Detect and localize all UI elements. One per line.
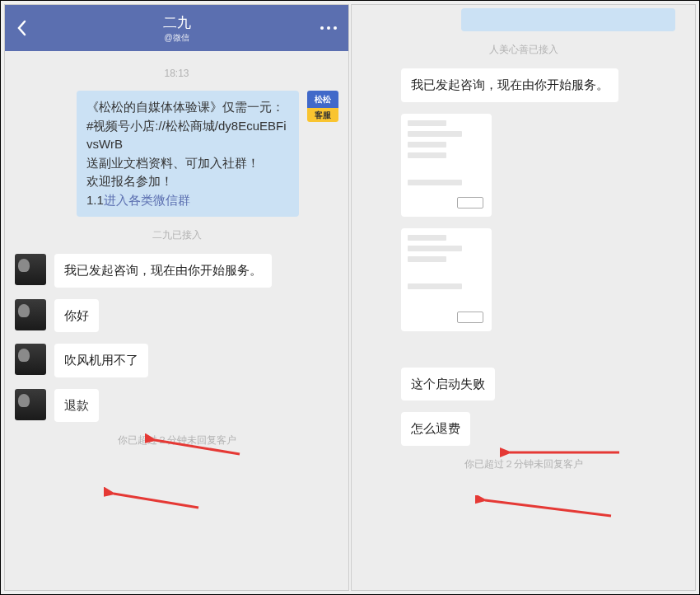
badge-top: 松松: [307, 91, 338, 108]
service-message-row: 松松 客服 《松松的自媒体体验课》仅需一元： #视频号小店://松松商城/dy8…: [15, 91, 338, 217]
header-title-wrap: 二九 @微信: [163, 13, 191, 44]
message-bubble[interactable]: 我已发起咨询，现在由你开始服务。: [401, 68, 618, 102]
phone-right: 人美心善已接入 我已发起咨询，现在由你开始服务。 这个启动失败: [351, 4, 696, 591]
chat-header: 二九 @微信: [5, 5, 348, 51]
badge-bottom: 客服: [307, 108, 338, 122]
timeout-warning: 你已超过２分钟未回复客户: [15, 433, 338, 447]
service-link-prefix: 1.1: [86, 193, 104, 207]
chat-title: 二九: [163, 13, 191, 32]
service-link[interactable]: 进入各类微信群: [104, 193, 190, 207]
message-row: 我已发起咨询，现在由你开始服务。: [15, 254, 338, 288]
message-row: 退款: [15, 389, 338, 423]
message-bubble[interactable]: 吹风机用不了: [54, 344, 148, 377]
service-line3: 送副业文档资料、可加入社群！: [86, 156, 259, 170]
service-line2: #视频号小店://松松商城/dy8EcuEBFivsWrB: [86, 119, 287, 152]
service-line1: 《松松的自媒体体验课》仅需一元：: [86, 100, 284, 114]
user-avatar[interactable]: [15, 299, 46, 330]
message-bubble[interactable]: 我已发起咨询，现在由你开始服务。: [54, 254, 272, 288]
message-bubble[interactable]: 退款: [54, 389, 99, 423]
screenshot-thumbnail[interactable]: [401, 114, 492, 217]
chat-body: 人美心善已接入 我已发起咨询，现在由你开始服务。 这个启动失败: [352, 5, 695, 590]
timeout-warning: 你已超过２分钟未回复客户: [362, 457, 685, 471]
chat-body: 18:13 松松 客服 《松松的自媒体体验课》仅需一元： #视频号小店://松松…: [5, 51, 348, 590]
more-icon[interactable]: [320, 26, 337, 30]
service-avatar[interactable]: 松松 客服: [307, 91, 338, 122]
connected-status: 二九已接入: [15, 228, 338, 242]
message-bubble[interactable]: 你好: [54, 299, 99, 333]
user-avatar[interactable]: [15, 254, 46, 285]
phone-left: 二九 @微信 18:13 松松 客服 《松松的自媒体体验课》仅需一元： #视频号…: [4, 4, 349, 591]
timestamp: 18:13: [15, 68, 338, 79]
connected-status: 人美心善已接入: [362, 43, 685, 57]
image-message-row: [362, 114, 685, 217]
message-row: 吹风机用不了: [15, 344, 338, 377]
partial-bubble: [461, 8, 675, 31]
message-row: 你好: [15, 299, 338, 333]
screenshot-thumbnail[interactable]: [401, 228, 492, 331]
user-avatar[interactable]: [15, 389, 46, 420]
message-bubble[interactable]: 怎么退费: [401, 412, 470, 446]
message-bubble[interactable]: 这个启动失败: [401, 368, 495, 401]
user-avatar[interactable]: [15, 344, 46, 375]
image-message-row: [362, 228, 685, 331]
chat-subtitle: @微信: [163, 32, 191, 44]
message-row: 我已发起咨询，现在由你开始服务。: [362, 68, 685, 102]
service-line4: 欢迎报名参加！: [86, 174, 173, 188]
message-row: 怎么退费: [362, 412, 685, 446]
service-bubble[interactable]: 《松松的自媒体体验课》仅需一元： #视频号小店://松松商城/dy8EcuEBF…: [77, 91, 299, 217]
message-row: 这个启动失败: [362, 368, 685, 401]
back-icon[interactable]: [16, 20, 26, 36]
